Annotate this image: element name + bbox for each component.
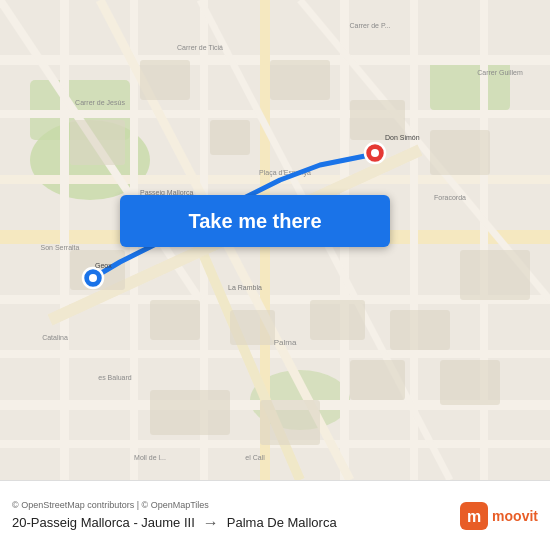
svg-rect-33 bbox=[150, 300, 200, 340]
route-info: 20-Passeig Mallorca - Jaume III → Palma … bbox=[12, 514, 452, 532]
route-arrow-icon: → bbox=[203, 514, 219, 532]
svg-text:Don Simón: Don Simón bbox=[385, 134, 420, 141]
svg-rect-13 bbox=[60, 0, 69, 480]
moovit-wordmark: moovit bbox=[492, 508, 538, 524]
to-stop-label: Palma De Mallorca bbox=[227, 515, 337, 530]
svg-text:Catalina: Catalina bbox=[42, 334, 68, 341]
take-me-there-button[interactable]: Take me there bbox=[120, 195, 390, 247]
svg-text:Moll de l...: Moll de l... bbox=[134, 454, 166, 461]
svg-rect-35 bbox=[310, 300, 365, 340]
osm-attribution: © OpenStreetMap contributors | © OpenMap… bbox=[12, 500, 452, 510]
svg-text:Carrer de P...: Carrer de P... bbox=[349, 22, 390, 29]
svg-rect-10 bbox=[0, 350, 550, 358]
svg-text:La Rambla: La Rambla bbox=[228, 284, 262, 291]
svg-rect-34 bbox=[230, 310, 275, 345]
svg-rect-3 bbox=[430, 60, 510, 110]
footer-bar: © OpenStreetMap contributors | © OpenMap… bbox=[0, 480, 550, 550]
svg-text:Carrer de Jesús: Carrer de Jesús bbox=[75, 99, 125, 106]
svg-rect-39 bbox=[440, 360, 500, 405]
svg-rect-26 bbox=[70, 120, 125, 165]
svg-text:el Call: el Call bbox=[245, 454, 265, 461]
footer-left: © OpenStreetMap contributors | © OpenMap… bbox=[12, 500, 452, 532]
svg-rect-40 bbox=[150, 390, 230, 435]
svg-text:Foracorda: Foracorda bbox=[434, 194, 466, 201]
svg-text:es Baluard: es Baluard bbox=[98, 374, 132, 381]
svg-rect-28 bbox=[210, 120, 250, 155]
svg-text:Son Serralta: Son Serralta bbox=[41, 244, 80, 251]
svg-text:Carrer de Ticiá: Carrer de Ticiá bbox=[177, 44, 223, 51]
map-container: Carrer de Ticiá Carrer de Jesús Carrer d… bbox=[0, 0, 550, 480]
from-stop-label: 20-Passeig Mallorca - Jaume III bbox=[12, 515, 195, 530]
svg-rect-37 bbox=[460, 250, 530, 300]
svg-text:Carrer Guillem: Carrer Guillem bbox=[477, 69, 523, 76]
moovit-logo: m moovit bbox=[460, 502, 538, 530]
svg-text:m: m bbox=[467, 508, 481, 525]
moovit-logo-icon: m bbox=[460, 502, 488, 530]
svg-text:Palma: Palma bbox=[274, 338, 297, 347]
svg-rect-27 bbox=[140, 60, 190, 100]
svg-point-58 bbox=[371, 149, 379, 157]
svg-rect-31 bbox=[430, 130, 490, 175]
svg-point-60 bbox=[89, 274, 97, 282]
svg-rect-38 bbox=[350, 360, 405, 400]
svg-text:Geox: Geox bbox=[95, 262, 112, 269]
svg-rect-29 bbox=[270, 60, 330, 100]
svg-rect-41 bbox=[260, 400, 320, 445]
svg-rect-36 bbox=[390, 310, 450, 350]
